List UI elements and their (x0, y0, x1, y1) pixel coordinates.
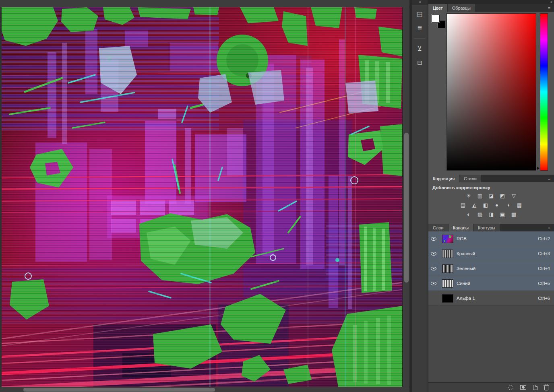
tab-color-label: Цвет (433, 6, 443, 10)
invert-icon[interactable]: ◐ (464, 210, 473, 219)
channel-name: RGB (457, 236, 538, 241)
eye-icon (431, 237, 436, 241)
tab-swatches[interactable]: Образцы (448, 4, 475, 12)
visibility-toggle[interactable] (428, 276, 439, 291)
adjustment-icons-row-2: ▤ ◭ ◧ ● ◑ ▦ (428, 201, 554, 209)
gradient-map-icon[interactable]: ▩ (509, 210, 519, 219)
color-panel: Цвет Образцы ≡ (428, 4, 554, 175)
eye-icon (431, 267, 436, 270)
document-canvas[interactable] (2, 7, 402, 387)
channel-thumbnail-rgb[interactable] (442, 235, 453, 243)
horizontal-scrollbar-thumb[interactable] (23, 388, 215, 392)
brush-presets-panel-button[interactable]: ⊟ (414, 58, 426, 68)
channel-name: Синий (457, 281, 538, 286)
tab-adjustments[interactable]: Коррекция (428, 175, 459, 182)
horizontal-scrollbar[interactable] (0, 387, 409, 392)
tab-styles-label: Стили (464, 176, 477, 181)
channel-name: Красный (457, 251, 538, 256)
tabbar-spacer (482, 175, 544, 182)
load-channel-as-selection-icon[interactable] (509, 385, 513, 390)
channel-shortcut: Ctrl+4 (538, 266, 554, 271)
add-adjustment-heading: Добавить корректировку (428, 182, 554, 192)
delete-channel-icon[interactable] (544, 386, 548, 390)
channels-panel-menu-icon[interactable]: ≡ (544, 224, 554, 231)
channel-thumbnail-blue[interactable] (442, 279, 453, 288)
vertical-scrollbar-thumb[interactable] (404, 133, 409, 283)
channel-mixer-icon[interactable]: ◑ (504, 201, 513, 209)
tab-channels-label: Каналы (453, 225, 469, 230)
exposure-icon[interactable]: ◩ (498, 192, 507, 200)
visibility-toggle[interactable] (428, 246, 439, 261)
tab-layers[interactable]: Слои (428, 224, 449, 231)
adjustments-panel-menu-icon[interactable]: ≡ (544, 175, 554, 182)
channel-thumbnail-alpha[interactable] (442, 294, 453, 303)
channels-panel-tabbar: Слои Каналы Контуры ≡ (428, 224, 554, 231)
tab-swatches-label: Образцы (452, 6, 471, 10)
channel-list: RGB Ctrl+2 Красный Ctrl+3 Зеленый Ctrl+4 (428, 231, 554, 306)
tab-layers-label: Слои (433, 225, 444, 230)
icon-panel-dock: « ▤ ≣ ⊻ ⊟ (411, 0, 428, 392)
panel-dock: ≡ Цвет Образцы ≡ (428, 0, 554, 392)
brightness-contrast-icon[interactable]: ☀ (464, 192, 473, 200)
color-lookup-icon[interactable]: ▦ (515, 201, 524, 209)
vertical-scrollbar[interactable] (403, 7, 409, 387)
actions-panel-icon: ≣ (417, 25, 422, 32)
channel-row-red[interactable]: Красный Ctrl+3 (428, 246, 554, 261)
tabbar-spacer (475, 4, 544, 12)
tab-styles[interactable]: Стили (459, 175, 482, 182)
foreground-color-swatch[interactable] (432, 14, 440, 23)
document-image[interactable] (2, 7, 402, 387)
channel-row-blue[interactable]: Синий Ctrl+5 (428, 276, 554, 291)
info-panel-button[interactable]: ▤ (414, 9, 426, 19)
hue-slider[interactable] (540, 13, 548, 171)
black-white-icon[interactable]: ◧ (481, 201, 490, 209)
fg-bg-swatch-widget (432, 14, 445, 28)
brush-presets-panel-icon: ⊟ (417, 59, 422, 66)
posterize-icon[interactable]: ▨ (475, 210, 485, 219)
color-balance-icon[interactable]: ◭ (470, 201, 479, 209)
visibility-toggle[interactable] (428, 291, 439, 305)
channel-row-rgb[interactable]: RGB Ctrl+2 (428, 231, 554, 246)
hue-slider-marker[interactable] (537, 167, 540, 170)
new-channel-icon[interactable] (533, 385, 537, 390)
channel-shortcut: Ctrl+5 (538, 281, 554, 286)
channels-panel-footer (428, 382, 554, 392)
eye-icon (431, 252, 436, 256)
threshold-icon[interactable]: ◨ (487, 210, 496, 219)
channel-thumbnail-green[interactable] (442, 264, 453, 273)
vibrance-icon[interactable]: ▽ (509, 192, 519, 200)
info-panel-icon: ▤ (417, 10, 422, 18)
tabbar-spacer (500, 224, 544, 231)
dock-separator (414, 38, 426, 39)
clone-source-panel-icon: ⊻ (418, 45, 422, 52)
tab-paths[interactable]: Контуры (473, 224, 500, 231)
collapse-icon-dock-button[interactable]: « (412, 0, 428, 5)
curves-icon[interactable]: ◪ (487, 192, 496, 200)
channel-row-alpha[interactable]: Альфа 1 Ctrl+6 (428, 291, 554, 306)
clone-source-panel-button[interactable]: ⊻ (414, 43, 426, 54)
visibility-toggle[interactable] (428, 231, 439, 246)
photo-filter-icon[interactable]: ● (492, 201, 502, 209)
channel-thumbnail-red[interactable] (442, 250, 453, 258)
tab-color[interactable]: Цвет (428, 4, 448, 12)
tab-channels[interactable]: Каналы (449, 224, 473, 231)
actions-panel-button[interactable]: ≣ (414, 23, 426, 33)
adjustment-icons-row-3: ◐ ▨ ◨ ▣ ▩ (428, 210, 554, 219)
photoshop-window: « ▤ ≣ ⊻ ⊟ ≡ Цвет (0, 0, 554, 392)
channel-name: Альфа 1 (457, 296, 538, 301)
double-arrow-icon: « (419, 0, 420, 4)
document-tab-strip (0, 0, 409, 7)
channel-row-green[interactable]: Зеленый Ctrl+4 (428, 261, 554, 276)
eye-icon (431, 282, 436, 285)
visibility-toggle[interactable] (428, 261, 439, 276)
tab-adjustments-label: Коррекция (433, 176, 455, 181)
levels-icon[interactable]: ▥ (475, 192, 485, 200)
color-panel-tabbar: Цвет Образцы ≡ (428, 4, 554, 12)
dock-menu-icon[interactable]: ≡ (550, 0, 552, 4)
save-selection-as-channel-icon[interactable] (520, 385, 526, 390)
color-gradient-square[interactable] (447, 13, 536, 171)
selective-color-icon[interactable]: ▣ (498, 210, 507, 219)
color-panel-menu-icon[interactable]: ≡ (544, 4, 554, 12)
adjustments-panel-tabbar: Коррекция Стили ≡ (428, 175, 554, 182)
hue-saturation-icon[interactable]: ▤ (459, 201, 468, 209)
